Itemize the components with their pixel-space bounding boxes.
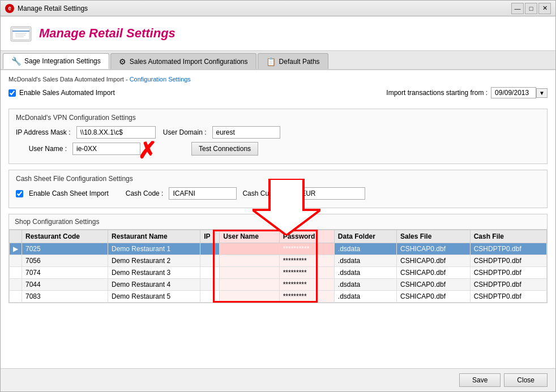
- save-button[interactable]: Save: [459, 373, 501, 387]
- row-username: [220, 267, 280, 279]
- row-sales: CSHICAP0.dbf: [396, 267, 470, 279]
- maximize-button[interactable]: □: [525, 3, 537, 14]
- row-folder: .dsdata: [334, 243, 396, 255]
- app-icon: e: [5, 4, 14, 13]
- table-row[interactable]: 7074 Demo Restaurant 3 ********* .dsdata…: [10, 267, 547, 279]
- col-restaurant-name: Restaurant Name: [108, 230, 200, 243]
- minimize-button[interactable]: —: [511, 3, 524, 14]
- col-cash-file: Cash File: [470, 230, 546, 243]
- row-ip: [200, 291, 220, 303]
- row-ip: [200, 255, 220, 267]
- row-arrow: [10, 291, 22, 303]
- shop-table: Restaurant Code Restaurant Name IP User …: [9, 230, 547, 303]
- ip-address-input[interactable]: [76, 126, 156, 139]
- col-password: Password: [279, 230, 334, 243]
- title-bar: e Manage Retail Settings — □ ✕: [1, 1, 555, 16]
- row-folder: .dsdata: [334, 291, 396, 303]
- row-code: 7056: [22, 255, 108, 267]
- table-row[interactable]: ▶ 7025 Demo Restaurant 1 ********** .dsd…: [10, 243, 547, 255]
- page-title: Manage Retail Settings: [39, 26, 176, 41]
- row-ip: [200, 243, 220, 255]
- test-connections-button[interactable]: Test Connections: [191, 142, 258, 156]
- window-title: Manage Retail Settings: [18, 5, 511, 12]
- col-arrow: [10, 230, 22, 243]
- row-password: **********: [279, 243, 334, 255]
- config-settings-link[interactable]: Configuration Settings: [130, 76, 191, 83]
- tab-sales-icon: ⚙: [119, 57, 126, 66]
- row-name: Demo Restaurant 1: [108, 243, 200, 255]
- row-cash: CSHDPTP0.dbf: [470, 267, 546, 279]
- col-sales-file: Sales File: [396, 230, 470, 243]
- import-starting-label: Import transactions starting from :: [386, 89, 487, 97]
- main-window: e Manage Retail Settings — □ ✕ Manage Re…: [0, 0, 556, 392]
- row-folder: .dsdata: [334, 255, 396, 267]
- import-date-dropdown[interactable]: ▼: [536, 88, 548, 98]
- row-code: 7025: [22, 243, 108, 255]
- enable-cash-checkbox[interactable]: [16, 190, 23, 197]
- row-sales: CSHICAP0.dbf: [396, 279, 470, 291]
- ip-address-label: IP Address Mask :: [16, 128, 71, 136]
- user-domain-label: User Domain :: [161, 128, 207, 136]
- row-arrow: [10, 255, 22, 267]
- enable-cash-label: Enable Cash Sheet Import: [29, 189, 109, 197]
- row-cash: CSHDPTP0.dbf: [470, 255, 546, 267]
- user-domain-input[interactable]: [212, 126, 280, 139]
- row-username: [220, 279, 280, 291]
- breadcrumb-text: McDonald's Sales Data Automated Import -: [8, 76, 130, 83]
- shop-table-body: ▶ 7025 Demo Restaurant 1 ********** .dsd…: [10, 243, 547, 303]
- enable-automated-import-row: Enable Sales Automated Import: [8, 89, 115, 97]
- row-arrow: ▶: [10, 243, 22, 255]
- cash-code-label: Cash Code :: [126, 189, 164, 197]
- row-name: Demo Restaurant 2: [108, 255, 200, 267]
- tab-sage[interactable]: 🔧 Sage Integration Settings: [3, 53, 109, 69]
- enable-automated-import-checkbox[interactable]: [8, 89, 16, 97]
- header: Manage Retail Settings: [1, 16, 555, 51]
- table-row[interactable]: 7044 Demo Restaurant 4 ********* .dsdata…: [10, 279, 547, 291]
- tab-paths-label: Default Paths: [279, 58, 320, 66]
- row-password: *********: [279, 279, 334, 291]
- tab-paths[interactable]: 📋 Default Paths: [258, 53, 328, 69]
- row-sales: CSHICAP0.dbf: [396, 255, 470, 267]
- row-name: Demo Restaurant 5: [108, 291, 200, 303]
- row-sales: CSHICAP0.dbf: [396, 243, 470, 255]
- ip-address-row: IP Address Mask : User Domain :: [16, 126, 540, 139]
- col-restaurant-code: Restaurant Code: [22, 230, 108, 243]
- cash-currency-input[interactable]: [297, 187, 365, 200]
- username-label: User Name :: [16, 145, 67, 153]
- cash-section-title: Cash Sheet File Configuration Settings: [16, 175, 540, 183]
- tabs-bar: 🔧 Sage Integration Settings ⚙ Sales Auto…: [1, 51, 555, 70]
- row-username: [220, 255, 280, 267]
- col-data-folder: Data Folder: [334, 230, 396, 243]
- tab-sales[interactable]: ⚙ Sales Automated Import Configurations: [110, 53, 256, 69]
- shop-section-title: Shop Configuration Settings: [9, 214, 547, 230]
- row-password: *********: [279, 267, 334, 279]
- vpn-section: McDonald's VPN Configuration Settings IP…: [8, 109, 548, 164]
- cash-code-input[interactable]: [169, 187, 237, 200]
- col-ip: IP: [200, 230, 220, 243]
- footer-bar: Save Close: [1, 368, 555, 391]
- breadcrumb: McDonald's Sales Data Automated Import -…: [8, 76, 548, 83]
- username-row: User Name : ✗ Test Connections: [16, 142, 540, 156]
- cash-enable-row: Enable Cash Sheet Import Cash Code : Cas…: [16, 187, 540, 200]
- shop-table-wrap: Restaurant Code Restaurant Name IP User …: [9, 230, 547, 303]
- tab-sales-label: Sales Automated Import Configurations: [130, 58, 248, 66]
- row-cash: CSHDPTP0.dbf: [470, 279, 546, 291]
- close-button[interactable]: Close: [504, 373, 548, 387]
- cash-section: Cash Sheet File Configuration Settings E…: [8, 170, 548, 208]
- row-folder: .dsdata: [334, 267, 396, 279]
- row-name: Demo Restaurant 4: [108, 279, 200, 291]
- header-icon: [10, 22, 32, 45]
- row-password: *********: [279, 291, 334, 303]
- row-cash: CSHDPTP0.dbf: [470, 291, 546, 303]
- row-ip: [200, 279, 220, 291]
- table-row[interactable]: 7056 Demo Restaurant 2 ********* .dsdata…: [10, 255, 547, 267]
- table-row[interactable]: 7083 Demo Restaurant 5 ********* .dsdata…: [10, 291, 547, 303]
- enable-automated-import-label: Enable Sales Automated Import: [19, 89, 115, 97]
- row-code: 7083: [22, 291, 108, 303]
- username-input[interactable]: [72, 143, 140, 155]
- row-ip: [200, 267, 220, 279]
- import-starting-row: Import transactions starting from : ▼: [386, 87, 548, 98]
- import-date-input[interactable]: [491, 87, 536, 98]
- window-close-button[interactable]: ✕: [538, 3, 551, 14]
- tab-paths-icon: 📋: [266, 57, 276, 66]
